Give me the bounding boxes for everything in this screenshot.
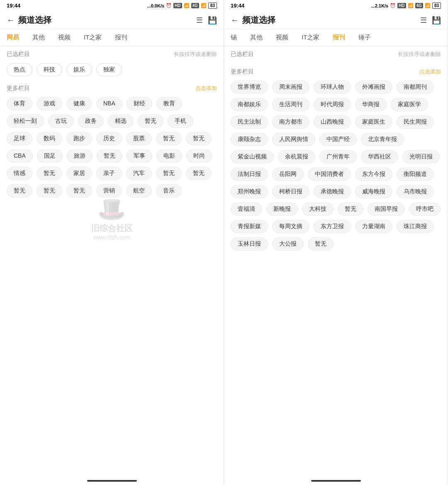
tag-nanfang-city[interactable]: 南方都市 <box>272 115 309 129</box>
tag-nandu-ent[interactable]: 南都娱乐 <box>231 98 268 111</box>
tag-world-expo[interactable]: 世界博览 <box>231 80 268 94</box>
left-more-hint[interactable]: 点击添加 <box>195 85 217 92</box>
tag-marketing[interactable]: 营销 <box>96 184 122 197</box>
tag-keqiao[interactable]: 柯桥日报 <box>272 185 309 198</box>
tag-none9[interactable]: 暂无 <box>37 184 62 197</box>
left-filter-icon[interactable]: ☰ <box>196 16 203 25</box>
tag-history[interactable]: 历史 <box>96 132 122 145</box>
tag-digital[interactable]: 数码 <box>37 132 62 145</box>
tag-global-person[interactable]: 环球人物 <box>314 80 351 94</box>
tag-sports[interactable]: 体育 <box>7 97 32 110</box>
tag-none10[interactable]: 暂无 <box>66 184 92 197</box>
tag-nandu-weekly[interactable]: 南都周刊 <box>397 80 434 94</box>
tag-bund-pic[interactable]: 外滩画报 <box>355 80 392 94</box>
tag-none8[interactable]: 暂无 <box>7 184 32 197</box>
tag-tech[interactable]: 科技 <box>37 63 62 76</box>
tag-kangyi-mag[interactable]: 康颐杂志 <box>231 133 268 146</box>
tag-democracy-law[interactable]: 民主法制 <box>231 115 268 129</box>
left-tab-baokan[interactable]: 报刊 <box>108 29 134 46</box>
tag-none2[interactable]: 暂无 <box>156 132 182 145</box>
tag-china-econ[interactable]: 中国产经 <box>319 133 357 146</box>
tag-music[interactable]: 音乐 <box>156 184 182 197</box>
tag-hunan-power[interactable]: 力量湖南 <box>355 220 392 233</box>
tag-none5[interactable]: 暂无 <box>37 167 62 180</box>
tag-weihai[interactable]: 威海晚报 <box>355 185 392 198</box>
tag-yueyang[interactable]: 岳阳网 <box>272 168 304 181</box>
tag-shanxi-eve[interactable]: 山西晚报 <box>314 115 351 129</box>
tag-law-daily[interactable]: 法制日报 <box>231 168 268 181</box>
left-tab-wangyi[interactable]: 网易 <box>0 29 26 46</box>
right-tab-shipin[interactable]: 视频 <box>269 29 295 46</box>
tag-china-consumer[interactable]: 中国消费者 <box>308 168 351 181</box>
tag-parenting[interactable]: 亲子 <box>96 167 122 180</box>
tag-hengyang[interactable]: 衡阳频道 <box>397 168 434 181</box>
tag-big-tech[interactable]: 大科技 <box>302 202 334 216</box>
tag-huaxi[interactable]: 华西社区 <box>361 150 398 163</box>
tag-family-doc[interactable]: 家庭医生 <box>355 115 392 129</box>
tag-none7[interactable]: 暂无 <box>186 167 212 180</box>
tag-wushi[interactable]: 乌市晚报 <box>397 185 434 198</box>
tag-none-r1[interactable]: 暂无 <box>338 202 363 216</box>
right-tab-itzhijia[interactable]: IT之家 <box>295 29 326 46</box>
tag-gov[interactable]: 政务 <box>78 115 104 128</box>
tag-weekly-digest[interactable]: 每周文摘 <box>272 220 309 233</box>
tag-times-weekly[interactable]: 时代周报 <box>314 98 351 111</box>
right-tab-xi[interactable]: 锡 <box>224 29 243 46</box>
right-tab-qita[interactable]: 其他 <box>243 29 269 46</box>
tag-zhengzhou-eve[interactable]: 郑州晚报 <box>231 185 268 198</box>
tag-qingbao[interactable]: 青报新媒 <box>231 220 268 233</box>
tag-emotion[interactable]: 情感 <box>7 167 32 180</box>
left-tab-qita[interactable]: 其他 <box>26 29 51 46</box>
tag-selected[interactable]: 精选 <box>108 115 134 128</box>
tag-purple-mountain[interactable]: 紫金山视频 <box>231 150 274 163</box>
tag-none-r2[interactable]: 暂无 <box>308 237 334 251</box>
tag-none3[interactable]: 暂无 <box>186 132 212 145</box>
tag-military[interactable]: 军事 <box>127 149 152 163</box>
tag-nba[interactable]: NBA <box>96 97 122 110</box>
right-tab-baokan[interactable]: 报刊 <box>326 29 352 46</box>
right-save-icon[interactable]: 💾 <box>432 16 441 25</box>
right-tab-chuizi[interactable]: 锤子 <box>352 29 377 46</box>
tag-stocks[interactable]: 股票 <box>126 132 152 145</box>
left-back-button[interactable]: ← <box>7 15 15 25</box>
tag-relax[interactable]: 轻松一刻 <box>7 115 44 128</box>
left-tab-itzhijia[interactable]: IT之家 <box>77 29 108 46</box>
tag-antiques[interactable]: 古玩 <box>48 115 74 128</box>
left-save-icon[interactable]: 💾 <box>208 16 217 25</box>
tag-phone[interactable]: 手机 <box>168 115 193 128</box>
tag-yulin[interactable]: 玉林日报 <box>231 237 268 251</box>
tag-exclusive[interactable]: 独家 <box>96 63 122 76</box>
tag-people-net[interactable]: 人民网舆情 <box>272 133 315 146</box>
left-tab-shipin[interactable]: 视频 <box>51 29 77 46</box>
tag-hushi[interactable]: 呼市吧 <box>409 202 441 216</box>
tag-aviation[interactable]: 航空 <box>126 184 152 197</box>
tag-none1[interactable]: 暂无 <box>138 115 163 128</box>
tag-travel[interactable]: 旅游 <box>67 149 93 163</box>
tag-chengde[interactable]: 承德晚报 <box>314 185 351 198</box>
right-filter-icon[interactable]: ☰ <box>420 16 427 25</box>
tag-folk-weekly[interactable]: 民生周报 <box>397 115 434 129</box>
tag-football[interactable]: 足球 <box>7 132 32 145</box>
right-back-button[interactable]: ← <box>231 15 239 25</box>
tag-beijing-youth[interactable]: 北京青年报 <box>361 133 404 146</box>
tag-fashion[interactable]: 时尚 <box>186 149 212 163</box>
tag-yuhang-morning[interactable]: 余杭晨报 <box>278 150 315 163</box>
tag-car[interactable]: 汽车 <box>126 167 152 180</box>
tag-hot[interactable]: 热点 <box>7 63 32 76</box>
tag-home[interactable]: 家居 <box>66 167 92 180</box>
tag-dagong[interactable]: 大公报 <box>272 237 304 251</box>
tag-life-weekly[interactable]: 生活周刊 <box>272 98 309 111</box>
tag-games[interactable]: 游戏 <box>37 97 62 110</box>
tag-none6[interactable]: 暂无 <box>156 167 182 180</box>
tag-guangzhou-youth[interactable]: 广州青年 <box>319 150 357 163</box>
tag-ent[interactable]: 娱乐 <box>66 63 92 76</box>
tag-none4[interactable]: 暂无 <box>97 149 122 163</box>
tag-nanguo[interactable]: 南国早报 <box>368 202 405 216</box>
tag-cba[interactable]: CBA <box>7 149 33 163</box>
tag-movie[interactable]: 电影 <box>156 149 182 163</box>
tag-zhujiang[interactable]: 珠江商报 <box>397 220 434 233</box>
tag-finance[interactable]: 财经 <box>127 97 152 110</box>
tag-health[interactable]: 健康 <box>66 97 92 110</box>
tag-xinwan[interactable]: 新晚报 <box>266 202 298 216</box>
tag-weekend-pic[interactable]: 周末画报 <box>272 80 309 94</box>
